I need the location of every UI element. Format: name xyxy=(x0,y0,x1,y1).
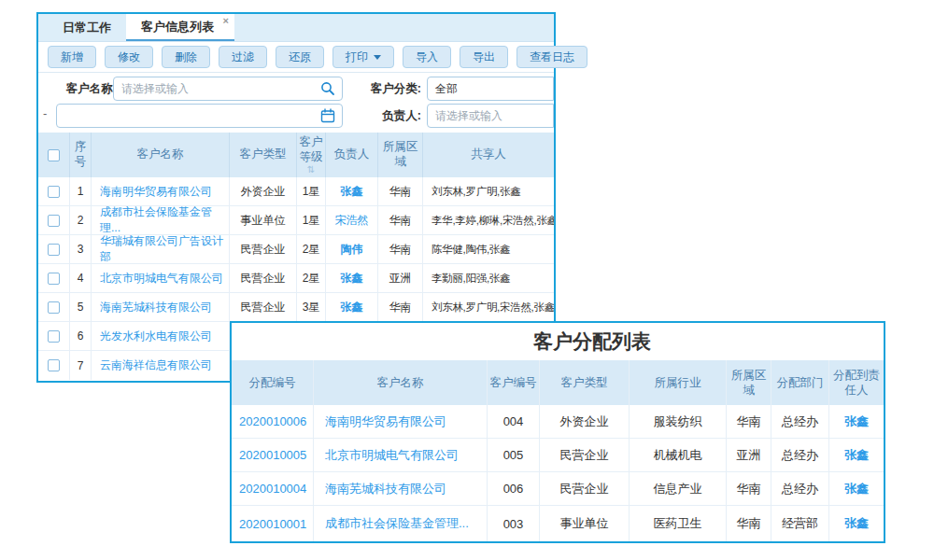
filter-area: 客户名称: 客户分类: 全部 - 负责人: xyxy=(38,73,554,133)
close-icon[interactable]: × xyxy=(223,16,229,26)
assignee-link[interactable]: 张鑫 xyxy=(829,405,884,438)
customer-category-label: 客户分类: xyxy=(365,76,421,102)
date-input[interactable] xyxy=(56,104,343,128)
import-button[interactable]: 导入 xyxy=(403,46,451,68)
owner-link[interactable]: 陶伟 xyxy=(326,235,378,263)
select-all-checkbox[interactable] xyxy=(48,149,60,161)
row-checkbox[interactable] xyxy=(48,359,60,371)
row-checkbox[interactable] xyxy=(48,330,60,343)
sort-icon[interactable]: ⇅ xyxy=(297,165,325,175)
customer-name-link[interactable]: 北京市明城电气有限公司 xyxy=(314,439,488,471)
owner-header: 负责人 xyxy=(334,147,370,162)
row-seq: 2 xyxy=(70,206,92,234)
seq-header: 序号 xyxy=(70,140,91,169)
add-button[interactable]: 新增 xyxy=(48,46,96,68)
owner-label: 负责人: xyxy=(365,103,421,129)
table-row: 1 海南明华贸易有限公司 外资企业 1星 张鑫 华南 刘东林,罗广明,张鑫 xyxy=(38,177,554,206)
row-checkbox[interactable] xyxy=(48,244,60,256)
customer-name-link[interactable]: 华瑞城有限公司广告设计部 xyxy=(92,235,230,263)
customer-name-link[interactable]: 成都市社会保险基金管理... xyxy=(314,506,488,541)
customer-name-link[interactable]: 海南明华贸易有限公司 xyxy=(92,177,230,205)
filter-button[interactable]: 过滤 xyxy=(219,46,267,68)
edit-button[interactable]: 修改 xyxy=(105,46,153,68)
table-row: 4 北京市明城电气有限公司 民营企业 2星 张鑫 亚洲 李勤丽,阳强,张鑫 xyxy=(38,264,554,293)
customer-name-link[interactable]: 云南海祥信息有限公司 xyxy=(92,351,230,380)
customer-name-link[interactable]: 海南芜城科技有限公司 xyxy=(92,293,230,321)
customer-name-link[interactable]: 北京市明城电气有限公司 xyxy=(92,264,230,292)
level-header[interactable]: 客户等级 ⇅ xyxy=(297,135,325,174)
owner-link[interactable]: 张鑫 xyxy=(326,177,378,205)
allocation-row: 2020010006 海南明华贸易有限公司 004 外资企业 服装纺织 华南 总… xyxy=(232,405,884,439)
search-icon[interactable] xyxy=(320,81,335,96)
allocation-row: 2020010001 成都市社会保险基金管理... 003 事业单位 医药卫生 … xyxy=(232,506,884,541)
allocation-header-row: 分配编号 客户名称 客户编号 客户类型 所属行业 所属区域 分配部门 分配到责任… xyxy=(232,360,884,405)
tab-label: 客户信息列表 xyxy=(141,19,214,35)
delete-button[interactable]: 删除 xyxy=(162,46,210,68)
region-header: 所属区域 xyxy=(378,140,422,169)
region-header: 所属区域 xyxy=(727,368,771,399)
table-row: 3 华瑞城有限公司广告设计部 民营企业 2星 陶伟 华南 陈华健,陶伟,张鑫 xyxy=(38,235,554,264)
customer-name-link[interactable]: 海南芜城科技有限公司 xyxy=(314,472,488,505)
assignee-link[interactable]: 张鑫 xyxy=(829,472,884,505)
owner-link[interactable]: 张鑫 xyxy=(326,293,378,321)
alloc-no-link[interactable]: 2020010004 xyxy=(232,472,314,505)
customer-category-select[interactable]: 全部 xyxy=(427,77,554,101)
print-button[interactable]: 打印 xyxy=(333,46,394,68)
customer-name-label: 客户名称: xyxy=(55,76,117,102)
row-seq: 7 xyxy=(70,351,92,380)
customer-allocation-panel: 客户分配列表 分配编号 客户名称 客户编号 客户类型 所属行业 所属区域 分配部… xyxy=(230,321,885,543)
customer-name-input[interactable] xyxy=(113,77,343,101)
allocation-row: 2020010004 海南芜城科技有限公司 006 民营企业 信息产业 华南 总… xyxy=(232,472,884,506)
row-seq: 5 xyxy=(70,293,92,321)
assignee-link[interactable]: 张鑫 xyxy=(829,506,884,541)
table-header-row: 序号 客户名称 客户类型 客户等级 ⇅ 负责人 所属区域 共享人 xyxy=(38,133,554,177)
name-header: 客户名称 xyxy=(137,147,184,162)
alloc-no-link[interactable]: 2020010006 xyxy=(232,405,314,438)
calendar-icon[interactable] xyxy=(320,108,335,123)
alloc-no-header: 分配编号 xyxy=(249,375,296,390)
row-seq: 4 xyxy=(70,264,92,292)
allocation-title-bar: 客户分配列表 xyxy=(232,323,884,360)
owner-link[interactable]: 张鑫 xyxy=(326,264,378,292)
tab-label: 日常工作 xyxy=(63,20,111,36)
restore-button[interactable]: 还原 xyxy=(276,46,324,68)
owner-input[interactable] xyxy=(427,104,554,128)
row-checkbox[interactable] xyxy=(48,301,60,314)
tab-customer-info-list[interactable]: 客户信息列表 × xyxy=(126,14,234,41)
allocation-row: 2020010005 北京市明城电气有限公司 005 民营企业 机械机电 亚洲 … xyxy=(232,439,884,472)
assignee-link[interactable]: 张鑫 xyxy=(829,439,884,471)
tab-bar: 日常工作 客户信息列表 × xyxy=(38,14,554,42)
customer-name-link[interactable]: 成都市社会保险基金管理... xyxy=(92,206,230,234)
customer-name-link[interactable]: 光发水利水电有限公司 xyxy=(92,322,230,350)
type-header: 客户类型 xyxy=(561,375,608,390)
toolbar: 新增 修改 删除 过滤 还原 打印 导入 导出 查看日志 xyxy=(38,42,554,73)
panel2-title: 客户分配列表 xyxy=(533,329,651,355)
row-checkbox[interactable] xyxy=(48,186,60,198)
row-checkbox[interactable] xyxy=(48,215,60,227)
shared-header: 共享人 xyxy=(471,147,506,162)
dropdown-caret-icon xyxy=(374,55,381,60)
row-seq: 1 xyxy=(70,177,92,205)
view-log-button[interactable]: 查看日志 xyxy=(517,46,587,68)
assignee-header: 分配到责任人 xyxy=(829,368,884,399)
alloc-no-link[interactable]: 2020010001 xyxy=(232,506,314,541)
row-seq: 6 xyxy=(70,322,92,350)
tab-daily-work[interactable]: 日常工作 xyxy=(48,14,126,41)
row-checkbox[interactable] xyxy=(48,273,60,285)
name-header: 客户名称 xyxy=(377,375,424,390)
dept-header: 分配部门 xyxy=(777,375,824,390)
type-header: 客户类型 xyxy=(240,147,287,162)
export-button[interactable]: 导出 xyxy=(460,46,508,68)
table-row: 5 海南芜城科技有限公司 民营企业 3星 张鑫 华南 刘东林,罗广明,宋浩然,张… xyxy=(38,293,554,322)
industry-header: 所属行业 xyxy=(655,375,701,390)
table-row: 2 成都市社会保险基金管理... 事业单位 1星 宋浩然 华南 李华,李婷,柳琳… xyxy=(38,206,554,235)
date-range-separator: - xyxy=(43,106,47,120)
customer-name-link[interactable]: 海南明华贸易有限公司 xyxy=(314,405,488,438)
cust-no-header: 客户编号 xyxy=(490,375,537,390)
owner-link[interactable]: 宋浩然 xyxy=(326,206,378,234)
alloc-no-link[interactable]: 2020010005 xyxy=(232,439,314,471)
row-seq: 3 xyxy=(70,235,92,263)
